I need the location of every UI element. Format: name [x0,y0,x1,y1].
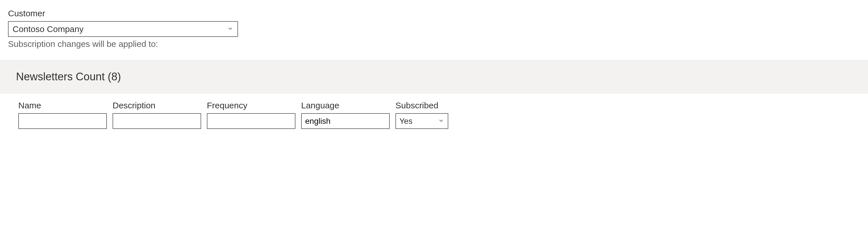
filter-row: Name Description Frequency Language Subs… [8,94,860,129]
description-label: Description [113,101,201,110]
section-title: Newsletters Count (8) [8,71,860,83]
customer-label: Customer [8,8,860,18]
filter-col-frequency: Frequency [207,101,296,129]
language-label: Language [301,101,390,110]
subscribed-dropdown-value: Yes [399,117,438,126]
language-input[interactable] [301,113,390,129]
subscribed-label: Subscribed [396,101,448,110]
customer-dropdown[interactable]: Contoso Company [8,21,238,37]
description-input[interactable] [113,113,201,129]
chevron-down-icon [438,117,444,126]
section-header: Newsletters Count (8) [0,60,868,94]
frequency-input[interactable] [207,113,296,129]
name-input[interactable] [18,113,107,129]
customer-help-text: Subscription changes will be applied to: [8,39,860,49]
chevron-down-icon [227,25,234,34]
filter-col-language: Language [301,101,390,129]
customer-dropdown-value: Contoso Company [12,24,227,34]
frequency-label: Frequency [207,101,296,110]
name-label: Name [18,101,107,110]
filter-col-name: Name [18,101,107,129]
subscribed-dropdown[interactable]: Yes [396,113,448,129]
filter-col-subscribed: Subscribed Yes [396,101,448,129]
filter-col-description: Description [113,101,201,129]
